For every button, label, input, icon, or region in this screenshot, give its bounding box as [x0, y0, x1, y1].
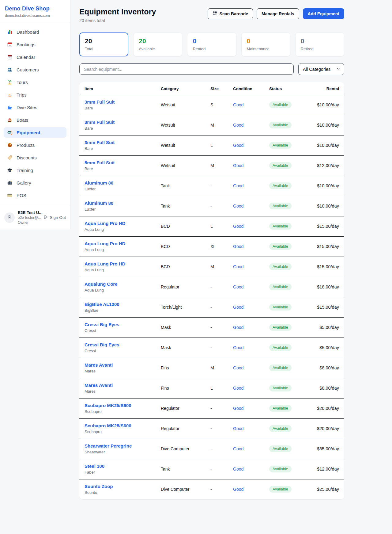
stat-card-maintenance[interactable]: 0 Maintenance [241, 32, 290, 56]
item-name-link[interactable]: Shearwater Peregrine [85, 443, 132, 448]
user-name: E2E Test U... [18, 210, 40, 215]
condition-link[interactable]: Good [233, 204, 243, 208]
item-brand: Scubapro [85, 409, 161, 414]
manage-rentals-button[interactable]: Manage Rentals [257, 8, 299, 19]
condition-link[interactable]: Good [233, 467, 243, 471]
item-brand: Cressi [85, 349, 161, 353]
category-cell: Wetsuit [161, 135, 210, 156]
item-name-link[interactable]: Steel 100 [85, 463, 104, 469]
condition-link[interactable]: Good [233, 345, 243, 350]
size-cell: - [210, 439, 233, 459]
condition-link[interactable]: Good [233, 406, 243, 411]
scan-barcode-button[interactable]: Scan Barcode [208, 8, 253, 19]
sidebar-item-discounts[interactable]: Discounts [4, 152, 66, 163]
item-name-link[interactable]: Scubapro MK25/S600 [85, 423, 131, 428]
table-row: Suunto Zoop Suunto Dive Computer - Good … [79, 479, 344, 500]
rental-cell: $8.00/day [314, 358, 344, 378]
condition-link[interactable]: Good [233, 487, 243, 492]
stat-card-retired[interactable]: 0 Retired [295, 32, 344, 56]
sidebar-item-gallery[interactable]: Gallery [4, 177, 66, 188]
item-brand: BigBlue [85, 308, 161, 313]
condition-link[interactable]: Good [233, 386, 243, 391]
status-badge: Available [269, 263, 292, 270]
condition-link[interactable]: Good [233, 284, 243, 289]
sidebar-item-tours[interactable]: Tours [4, 77, 66, 87]
sidebar-item-equipment[interactable]: Equipment [4, 127, 66, 138]
condition-link[interactable]: Good [233, 143, 243, 148]
sidebar-item-bookings[interactable]: 17 Bookings [4, 39, 66, 50]
sidebar-item-calendar[interactable]: Calendar [4, 52, 66, 62]
add-equipment-button[interactable]: Add Equipment [303, 8, 344, 19]
condition-link[interactable]: Good [233, 183, 243, 188]
item-name-link[interactable]: 3mm Full Suit [85, 140, 115, 145]
condition-link[interactable]: Good [233, 244, 243, 249]
condition-link[interactable]: Good [233, 325, 243, 330]
item-name-link[interactable]: Aqualung Core [85, 281, 118, 287]
item-name-link[interactable]: 3mm Full Suit [85, 99, 115, 105]
graduation-cap-icon [7, 167, 13, 173]
rental-cell: $10.00/day [314, 196, 344, 216]
item-name-link[interactable]: Suunto Zoop [85, 484, 113, 489]
item-brand: Aqua Lung [85, 268, 161, 272]
item-name-link[interactable]: Mares Avanti [85, 362, 113, 368]
item-name-link[interactable]: BigBlue AL1200 [85, 302, 119, 307]
item-name-link[interactable]: Aqua Lung Pro HD [85, 261, 125, 266]
sidebar-item-customers[interactable]: Customers [4, 64, 66, 75]
stat-card-total[interactable]: 20 Total [79, 32, 128, 56]
condition-link[interactable]: Good [233, 446, 243, 451]
item-name-link[interactable]: Cressi Big Eyes [85, 322, 119, 327]
people-icon [7, 67, 13, 72]
condition-link[interactable]: Good [233, 123, 243, 128]
sidebar-item-trips[interactable]: Trips [4, 90, 66, 100]
stat-card-available[interactable]: 20 Available [133, 32, 182, 56]
condition-link[interactable]: Good [233, 102, 243, 107]
stat-value: 0 [247, 37, 285, 45]
item-name-link[interactable]: Cressi Big Eyes [85, 342, 119, 347]
category-cell: BCD [161, 216, 210, 237]
status-badge: Available [269, 304, 292, 311]
search-input[interactable] [79, 63, 294, 75]
filters-row: All Categories [79, 63, 344, 75]
item-name-link[interactable]: 5mm Full Suit [85, 160, 115, 165]
item-name-link[interactable]: Aqua Lung Pro HD [85, 221, 125, 226]
category-cell: Fins [161, 358, 210, 378]
sidebar-item-dashboard[interactable]: Dashboard [4, 27, 66, 37]
size-cell: L [210, 135, 233, 156]
sidebar-item-products[interactable]: Products [4, 140, 66, 150]
sidebar-item-pos[interactable]: POS [4, 190, 66, 200]
condition-link[interactable]: Good [233, 305, 243, 310]
sidebar-item-boats[interactable]: Boats [4, 115, 66, 125]
item-name-link[interactable]: Scubapro MK25/S600 [85, 403, 131, 408]
item-brand: Aqua Lung [85, 247, 161, 252]
item-name-link[interactable]: 3mm Full Suit [85, 120, 115, 125]
item-name-link[interactable]: Aluminum 80 [85, 180, 113, 185]
status-badge: Available [269, 182, 292, 189]
condition-link[interactable]: Good [233, 365, 243, 370]
condition-link[interactable]: Good [233, 163, 243, 168]
condition-link[interactable]: Good [233, 264, 243, 269]
table-row: Mares Avanti Mares Fins M Good Available… [79, 358, 344, 378]
category-cell: Tank [161, 176, 210, 196]
condition-link[interactable]: Good [233, 224, 243, 229]
sign-out-button[interactable]: Sign Out [43, 215, 66, 220]
stat-card-rented[interactable]: 0 Rented [187, 32, 236, 56]
header-actions: Scan Barcode Manage Rentals Add Equipmen… [208, 8, 344, 19]
brand-title[interactable]: Demo Dive Shop [5, 6, 65, 12]
category-cell: Dive Computer [161, 479, 210, 500]
category-cell: Regulator [161, 399, 210, 419]
item-name-link[interactable]: Aqua Lung Pro HD [85, 241, 125, 246]
status-badge: Available [269, 324, 292, 331]
rental-cell: $18.00/day [314, 277, 344, 297]
sidebar-item-dive-sites[interactable]: Dive Sites [4, 102, 66, 113]
table-row: Mares Avanti Mares Fins L Good Available… [79, 378, 344, 399]
sidebar-item-label: Gallery [17, 180, 31, 185]
sidebar-item-training[interactable]: Training [4, 165, 66, 175]
condition-link[interactable]: Good [233, 426, 243, 431]
table-row: Aluminum 80 Luxfer Tank - Good Available… [79, 196, 344, 216]
item-name-link[interactable]: Aluminum 80 [85, 200, 113, 206]
category-cell: Wetsuit [161, 156, 210, 176]
category-select[interactable]: All Categories [298, 63, 344, 75]
rental-cell: $12.00/day [314, 156, 344, 176]
table-row: 3mm Full Suit Bare Wetsuit L Good Availa… [79, 135, 344, 156]
item-name-link[interactable]: Mares Avanti [85, 383, 113, 388]
